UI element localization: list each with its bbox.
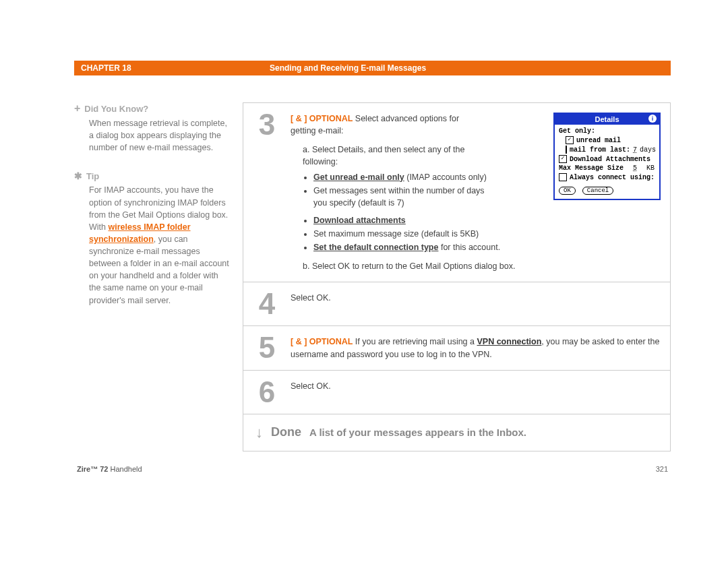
info-icon[interactable]: i: [648, 115, 657, 123]
details-dialog: Details i Get only: ✓ unread mail mail f…: [553, 113, 661, 200]
step-3-b: b. Select OK to return to the Get Mail O…: [291, 260, 661, 272]
dl-label: Download Attachments: [570, 156, 650, 163]
did-you-know-title: Did You Know?: [84, 104, 148, 114]
details-body: Get only: ✓ unread mail mail from last: …: [555, 125, 659, 199]
always-checkbox[interactable]: [559, 173, 567, 181]
always-label: Always connect using:: [570, 174, 655, 181]
maxsize-suffix: KB: [646, 164, 655, 172]
step-4-number: 4: [243, 282, 291, 325]
chapter-label: CHAPTER 18: [81, 63, 270, 73]
sidebar: + Did You Know? When message retrieval i…: [74, 102, 243, 451]
product-name: Zire™ 72 Handheld: [77, 465, 142, 473]
step-6-body: Select OK.: [291, 371, 670, 414]
content-area: + Did You Know? When message retrieval i…: [74, 102, 671, 451]
optional-tag-5: [ & ] OPTIONAL: [291, 337, 353, 346]
bullet-maxsize: Set maximum message size (default is 5KB…: [313, 228, 661, 240]
maxsize-label: Max Message Size: [559, 164, 624, 172]
vpn-link[interactable]: VPN connection: [477, 337, 541, 346]
page-number: 321: [656, 465, 668, 473]
did-you-know-block: + Did You Know? When message retrieval i…: [74, 102, 229, 154]
tip-post: , you can synchronize e-mail messages be…: [89, 235, 229, 305]
bullet-days: Get messages sent within the number of d…: [313, 185, 489, 209]
bullet-conn: Set the default connection type for this…: [313, 241, 661, 253]
step-3-number: 3: [243, 103, 291, 282]
bullet-download: Download attachments: [313, 214, 661, 226]
getonly-label: Get only:: [559, 127, 655, 135]
mailfrom-days[interactable]: 7: [633, 146, 637, 154]
default-conn-link[interactable]: Set the default connection type: [313, 243, 438, 252]
optional-tag: [ & ] OPTIONAL: [291, 114, 353, 123]
dl-row: ✓ Download Attachments: [559, 155, 655, 163]
tip-head: ✱ Tip: [74, 170, 229, 181]
unread-label: unread mail: [576, 137, 621, 144]
cancel-button[interactable]: Cancel: [582, 187, 613, 195]
step-6-number: 6: [243, 371, 291, 414]
chapter-header: CHAPTER 18 Sending and Receiving E-mail …: [74, 61, 671, 75]
maxsize-val[interactable]: 5: [633, 164, 637, 172]
did-you-know-text: When message retrieval is complete, a di…: [74, 117, 229, 154]
tip-text: For IMAP accounts, you have the option o…: [74, 184, 229, 306]
step-5-number: 5: [243, 326, 291, 369]
dl-checkbox[interactable]: ✓: [559, 155, 567, 163]
step-4-body: Select OK.: [291, 282, 670, 325]
bullet-unread: Get unread e-mail only (IMAP accounts on…: [313, 171, 489, 183]
asterisk-icon: ✱: [74, 170, 82, 181]
mailfrom-label: mail from last:: [570, 146, 630, 154]
main-steps: Details i Get only: ✓ unread mail mail f…: [243, 102, 671, 451]
tip-block: ✱ Tip For IMAP accounts, you have the op…: [74, 170, 229, 306]
did-you-know-head: + Did You Know?: [74, 102, 229, 115]
done-text: A list of your messages appears in the I…: [309, 427, 526, 438]
download-attach-link[interactable]: Download attachments: [313, 216, 406, 225]
unread-row: ✓ unread mail: [559, 136, 655, 144]
mailfrom-checkbox[interactable]: [566, 146, 567, 154]
get-unread-link[interactable]: Get unread e-mail only: [313, 173, 404, 182]
down-arrow-icon: ↓: [255, 424, 263, 441]
done-row: ↓ Done A list of your messages appears i…: [243, 414, 670, 451]
unread-checkbox[interactable]: ✓: [566, 136, 574, 144]
done-label: Done: [271, 425, 301, 439]
step-5: 5 [ & ] OPTIONAL If you are retrieving m…: [243, 325, 670, 369]
page-footer: Zire™ 72 Handheld 321: [74, 465, 671, 473]
maxsize-row: Max Message Size 5 KB: [559, 164, 655, 172]
document-page: CHAPTER 18 Sending and Receiving E-mail …: [74, 61, 671, 473]
details-title-bar: Details i: [555, 114, 659, 125]
always-row: Always connect using:: [559, 173, 655, 181]
mailfrom-suffix: days: [640, 146, 656, 154]
step-5-t1: If you are retrieving mail using a: [353, 337, 477, 346]
step-4: 4 Select OK.: [243, 282, 670, 325]
dialog-buttons: OK Cancel: [559, 187, 655, 195]
details-title-text: Details: [595, 115, 619, 123]
chapter-title: Sending and Receiving E-mail Messages: [270, 63, 426, 73]
plus-icon: +: [74, 102, 80, 115]
step-3-a: a. Select Details, and then select any o…: [291, 144, 491, 168]
mailfrom-row: mail from last: 7 days: [559, 146, 655, 154]
step-6: 6 Select OK.: [243, 370, 670, 414]
step-5-body: [ & ] OPTIONAL If you are retrieving mai…: [291, 326, 670, 369]
tip-title: Tip: [86, 171, 99, 181]
ok-button[interactable]: OK: [559, 187, 576, 195]
